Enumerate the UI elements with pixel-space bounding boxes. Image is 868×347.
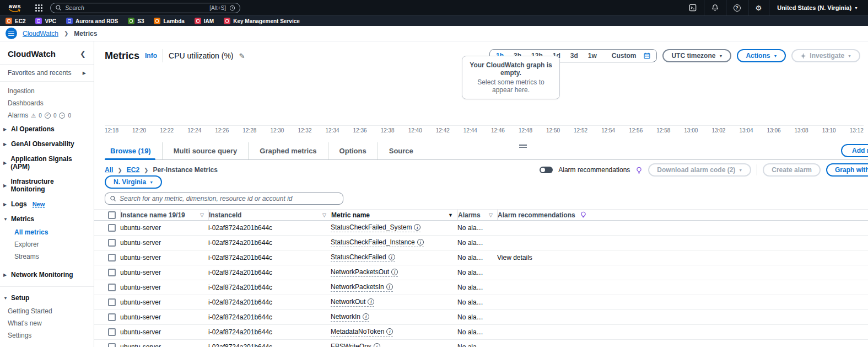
row-checkbox[interactable] (108, 254, 116, 261)
metric-name-link[interactable]: EBSWriteOpsi (331, 343, 380, 347)
sidebar-item-settings[interactable]: Settings (0, 329, 94, 341)
sidebar-item-alarms[interactable]: Alarms ⚠0 ✓0 −0 (0, 109, 94, 121)
aws-logo[interactable]: aws (7, 3, 23, 12)
cloudshell-icon[interactable] (682, 0, 704, 15)
table-row[interactable]: ubuntu-server i-02af8724a201b644c Networ… (94, 280, 868, 295)
sidebar-item-favorites[interactable]: Favorites and recents ▶ (0, 65, 94, 81)
table-row[interactable]: ubuntu-server i-02af8724a201b644c Networ… (94, 295, 868, 310)
column-alarms[interactable]: Alarms ▽ (457, 210, 497, 220)
metric-search[interactable] (105, 193, 343, 205)
tab-multi-source-query[interactable]: Multi source query (162, 142, 249, 159)
service-shortcut[interactable]: VPC (35, 18, 56, 24)
graph-with-button[interactable]: Graph with S (826, 163, 868, 177)
download-alarm-code-button[interactable]: Download alarm code (2) ▼ (648, 163, 751, 177)
table-row[interactable]: ubuntu-server i-02af8724a201b644c Networ… (94, 265, 868, 280)
tab-browse[interactable]: Browse (19) (105, 142, 162, 159)
service-shortcut[interactable]: Aurora and RDS (66, 18, 118, 24)
hamburger-menu-icon[interactable] (6, 28, 17, 39)
info-icon[interactable]: i (386, 284, 393, 290)
table-row[interactable]: ubuntu-server i-02af8724a201b644c Status… (94, 221, 868, 236)
time-range-1w[interactable]: 1w (583, 52, 602, 60)
sidebar-section-metrics[interactable]: ▼Metrics (0, 211, 94, 226)
sidebar-item-whats-new[interactable]: What's new (0, 317, 94, 329)
sidebar-section-network-monitoring[interactable]: ▶Network Monitoring (0, 267, 94, 282)
column-alarm-recommendations[interactable]: Alarm recommendations (497, 210, 868, 220)
info-icon[interactable]: i (417, 239, 424, 245)
global-search-input[interactable] (65, 4, 206, 11)
metric-name-link[interactable]: StatusCheckFailed_Instancei (331, 238, 424, 247)
info-link[interactable]: Info (145, 52, 157, 60)
metric-name-link[interactable]: NetworkIni (331, 313, 369, 322)
metric-name-link[interactable]: StatusCheckFailed_Systemi (331, 223, 420, 232)
time-range-custom[interactable]: Custom (602, 52, 656, 60)
service-shortcut[interactable]: IAM (195, 18, 214, 24)
sidebar-section-setup[interactable]: ▼Setup (0, 290, 94, 305)
time-range-3d[interactable]: 3d (565, 52, 583, 60)
instance-id-link[interactable]: i-02af8724a201b644c (208, 298, 272, 306)
info-icon[interactable]: i (389, 254, 395, 260)
instance-id-link[interactable]: i-02af8724a201b644c (208, 328, 272, 336)
row-checkbox[interactable] (108, 269, 116, 276)
tab-source[interactable]: Source (378, 142, 424, 159)
column-metric-name[interactable]: Metric name ▼ (331, 210, 457, 220)
edit-pencil-icon[interactable]: ✎ (239, 52, 245, 60)
table-row[interactable]: ubuntu-server i-02af8724a201b644c Networ… (94, 310, 868, 325)
create-alarm-button[interactable]: Create alarm (763, 163, 821, 177)
alarm-recommendations-toggle[interactable] (540, 167, 553, 173)
row-checkbox[interactable] (108, 313, 116, 321)
instance-id-link[interactable]: i-02af8724a201b644c (208, 284, 272, 291)
row-checkbox[interactable] (108, 239, 116, 247)
select-all-checkbox[interactable] (108, 211, 116, 219)
table-row[interactable]: ubuntu-server i-02af8724a201b644c Status… (94, 236, 868, 250)
sidebar-collapse-icon[interactable]: ❮ (80, 50, 86, 58)
sidebar-item-getting-started[interactable]: Getting Started (0, 305, 94, 317)
metric-name-link[interactable]: NetworkPacketsIni (331, 283, 393, 292)
metric-search-input[interactable] (120, 195, 338, 202)
tab-graphed-metrics[interactable]: Graphed metrics (248, 142, 327, 159)
breadcrumb-cloudwatch-link[interactable]: CloudWatch (23, 30, 58, 38)
service-shortcut[interactable]: Key Management Service (224, 18, 300, 24)
instance-id-link[interactable]: i-02af8724a201b644c (208, 224, 272, 232)
service-shortcut[interactable]: Lambda (154, 18, 184, 24)
service-shortcut[interactable]: S3 (128, 18, 144, 24)
info-icon[interactable]: i (391, 269, 398, 275)
column-instance-id[interactable]: InstanceId ▽ (208, 210, 331, 220)
sidebar-section-application-signals[interactable]: ▶Application Signals (APM) (0, 151, 94, 174)
investigate-button[interactable]: Investigate ▼ (791, 49, 860, 62)
view-details-link[interactable]: View details (497, 254, 532, 261)
settings-gear-icon[interactable]: ⚙ (748, 0, 769, 15)
services-grid-icon[interactable] (35, 4, 42, 12)
sort-descending-icon[interactable]: ▼ (448, 212, 453, 218)
row-checkbox[interactable] (108, 343, 116, 347)
filter-icon[interactable]: ▽ (322, 212, 326, 218)
notifications-bell-icon[interactable] (704, 0, 726, 15)
help-icon[interactable]: ? (726, 0, 748, 15)
metrics-breadcrumb-all-link[interactable]: All (105, 166, 113, 174)
row-checkbox[interactable] (108, 284, 116, 291)
row-checkbox[interactable] (108, 328, 116, 336)
table-row[interactable]: ubuntu-server i-02af8724a201b644c EBSWri… (94, 340, 868, 347)
sidebar-section-ai-operations[interactable]: ▶AI Operations (0, 121, 94, 136)
sidebar-section-infrastructure-monitoring[interactable]: ▶Infrastructure Monitoring (0, 174, 94, 196)
info-icon[interactable]: i (414, 224, 420, 231)
metric-name-link[interactable]: MetadataNoTokeni (331, 328, 393, 337)
sidebar-item-all-metrics[interactable]: All metrics (0, 226, 94, 238)
sidebar-item-ingestion[interactable]: Ingestion (0, 85, 94, 97)
info-icon[interactable]: i (368, 298, 374, 305)
table-row[interactable]: ubuntu-server i-02af8724a201b644c Status… (94, 250, 868, 265)
table-row[interactable]: ubuntu-server i-02af8724a201b644c Metada… (94, 325, 868, 340)
global-search[interactable]: [Alt+S] (50, 3, 240, 13)
filter-icon[interactable]: ▽ (200, 212, 204, 218)
sidebar-section-genai-observability[interactable]: ▶GenAI Observability (0, 136, 94, 151)
row-checkbox[interactable] (108, 224, 116, 232)
info-icon[interactable]: i (363, 313, 369, 320)
metric-name-link[interactable]: NetworkPacketsOuti (331, 268, 398, 277)
region-selector[interactable]: United States (N. Virginia) ▼ (769, 0, 861, 15)
instance-id-link[interactable]: i-02af8724a201b644c (208, 254, 272, 261)
tab-options[interactable]: Options (328, 142, 378, 159)
add-math-button[interactable]: Add ma (841, 144, 868, 157)
instance-id-link[interactable]: i-02af8724a201b644c (208, 239, 272, 247)
instance-id-link[interactable]: i-02af8724a201b644c (208, 343, 272, 347)
sidebar-item-explorer[interactable]: Explorer (0, 238, 94, 250)
service-shortcut[interactable]: EC2 (6, 18, 25, 24)
